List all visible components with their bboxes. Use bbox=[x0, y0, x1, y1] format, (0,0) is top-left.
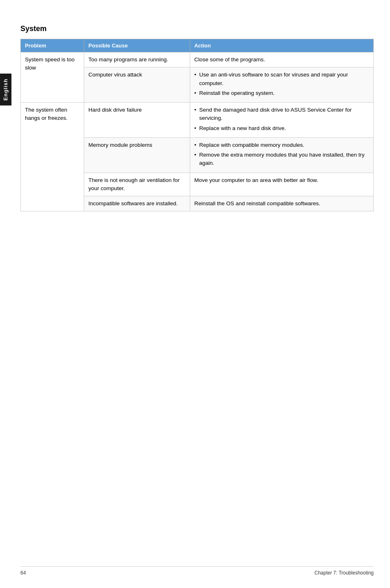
section-title: System bbox=[20, 25, 374, 33]
cell-cause-4: Memory module problems bbox=[84, 137, 190, 173]
page-number: 64 bbox=[20, 570, 26, 576]
header-problem: Problem bbox=[21, 39, 84, 52]
list-item: Reinstall the operating system. bbox=[194, 89, 369, 97]
language-tab: English bbox=[0, 74, 11, 105]
table-row: The system often hangs or freezes. Hard … bbox=[21, 103, 374, 138]
page-footer: 64 Chapter 7: Troubleshooting bbox=[20, 566, 374, 576]
cell-problem-2: The system often hangs or freezes. bbox=[21, 103, 84, 211]
list-item: Use an anti-virus software to scan for v… bbox=[194, 71, 369, 88]
cell-action-6: Reinstall the OS and reinstall compatibl… bbox=[190, 196, 374, 211]
list-item: Replace with compatible memory modules. bbox=[194, 141, 369, 149]
cell-cause-3: Hard disk drive failure bbox=[84, 103, 190, 138]
list-item: Replace with a new hard disk drive. bbox=[194, 124, 369, 132]
list-item: Remove the extra memory modules that you… bbox=[194, 151, 369, 168]
cell-action-2: Use an anti-virus software to scan for v… bbox=[190, 67, 374, 103]
troubleshooting-table: Problem Possible Cause Action System spe… bbox=[20, 39, 374, 211]
main-content: System Problem Possible Cause Action Sys… bbox=[20, 0, 374, 244]
cell-action-5: Move your computer to an area with bette… bbox=[190, 173, 374, 196]
table-row: System speed is too slow Too many progra… bbox=[21, 52, 374, 67]
list-item: Send the damaged hard disk drive to ASUS… bbox=[194, 106, 369, 123]
table-header-row: Problem Possible Cause Action bbox=[21, 39, 374, 52]
cell-cause-2: Computer virus attack bbox=[84, 67, 190, 103]
chapter-label: Chapter 7: Troubleshooting bbox=[314, 570, 374, 576]
cell-cause-1: Too many programs are running. bbox=[84, 52, 190, 67]
cell-action-1: Close some of the programs. bbox=[190, 52, 374, 67]
cell-cause-5: There is not enough air ventilation for … bbox=[84, 173, 190, 196]
cell-problem-1: System speed is too slow bbox=[21, 52, 84, 103]
header-cause: Possible Cause bbox=[84, 39, 190, 52]
header-action: Action bbox=[190, 39, 374, 52]
cell-action-3: Send the damaged hard disk drive to ASUS… bbox=[190, 103, 374, 138]
cell-cause-6: Incompatible softwares are installed. bbox=[84, 196, 190, 211]
cell-action-4: Replace with compatible memory modules. … bbox=[190, 137, 374, 173]
